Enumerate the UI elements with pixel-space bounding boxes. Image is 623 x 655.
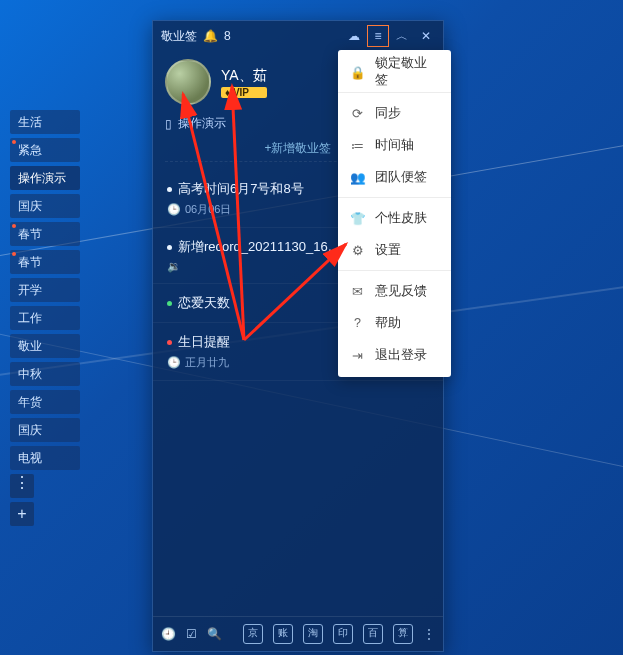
collapse-icon[interactable]: ︿ bbox=[393, 27, 411, 45]
menu-item-skin[interactable]: 👕个性皮肤 bbox=[338, 202, 451, 234]
main-menu-dropdown: 🔒锁定敬业签 ⟳同步 ≔时间轴 👥团队便签 👕个性皮肤 ⚙设置 ✉意见反馈 ?帮… bbox=[338, 50, 451, 377]
sound-icon: 🔉 bbox=[167, 260, 181, 273]
clock-icon: 🕒 bbox=[167, 356, 181, 369]
sidebar-tab[interactable]: 紧急 bbox=[10, 138, 80, 162]
bullet-icon bbox=[167, 301, 172, 306]
menu-item-team[interactable]: 👥团队便签 bbox=[338, 161, 451, 193]
menu-item-timeline[interactable]: ≔时间轴 bbox=[338, 129, 451, 161]
help-icon: ? bbox=[350, 316, 365, 331]
hamburger-menu-icon[interactable]: ≡ bbox=[369, 27, 387, 45]
shortcut-tile[interactable]: 百 bbox=[363, 624, 383, 644]
timeline-icon: ≔ bbox=[350, 138, 365, 153]
notification-count: 8 bbox=[224, 29, 231, 43]
logout-icon: ⇥ bbox=[350, 348, 365, 363]
sidebar-tab[interactable]: 春节 bbox=[10, 222, 80, 246]
sidebar-tab[interactable]: 开学 bbox=[10, 278, 80, 302]
shortcut-tile[interactable]: 京 bbox=[243, 624, 263, 644]
menu-item-help[interactable]: ?帮助 bbox=[338, 307, 451, 339]
sidebar-tab-active[interactable]: 操作演示 bbox=[10, 166, 80, 190]
shirt-icon: 👕 bbox=[350, 211, 365, 226]
sidebar-add-button[interactable]: + bbox=[10, 502, 34, 526]
username-label: YA、茹 bbox=[221, 67, 267, 85]
desktop-wallpaper: 生活 紧急 操作演示 国庆 春节 春节 开学 工作 敬业 中秋 年货 国庆 电视… bbox=[0, 0, 623, 655]
sidebar-tab[interactable]: 国庆 bbox=[10, 418, 80, 442]
shortcut-tile[interactable]: 印 bbox=[333, 624, 353, 644]
mail-icon: ✉ bbox=[350, 284, 365, 299]
vip-badge: ♦ VIP bbox=[221, 87, 267, 98]
menu-item-sync[interactable]: ⟳同步 bbox=[338, 97, 451, 129]
cloud-sync-icon[interactable]: ☁ bbox=[345, 27, 363, 45]
team-icon: 👥 bbox=[350, 170, 365, 185]
sidebar-tab[interactable]: 生活 bbox=[10, 110, 80, 134]
menu-item-lock[interactable]: 🔒锁定敬业签 bbox=[338, 56, 451, 88]
bookmark-icon: ▯ bbox=[165, 117, 172, 131]
app-title: 敬业签 bbox=[161, 28, 197, 45]
sidebar-tab[interactable]: 工作 bbox=[10, 306, 80, 330]
shortcut-tile[interactable]: 账 bbox=[273, 624, 293, 644]
bullet-icon bbox=[167, 187, 172, 192]
complete-icon[interactable]: ☑ bbox=[186, 627, 197, 641]
more-icon[interactable]: ⋮ bbox=[423, 627, 435, 641]
gear-icon: ⚙ bbox=[350, 243, 365, 258]
bullet-icon bbox=[167, 245, 172, 250]
sidebar-tab[interactable]: 中秋 bbox=[10, 362, 80, 386]
sync-icon: ⟳ bbox=[350, 106, 365, 121]
bottom-toolbar: 🕘 ☑ 🔍 京 账 淘 印 百 算 ⋮ bbox=[153, 616, 443, 651]
shortcut-tile[interactable]: 淘 bbox=[303, 624, 323, 644]
sidebar-tabs: 生活 紧急 操作演示 国庆 春节 春节 开学 工作 敬业 中秋 年货 国庆 电视… bbox=[10, 110, 80, 526]
avatar[interactable] bbox=[165, 59, 211, 105]
search-icon[interactable]: 🔍 bbox=[207, 627, 222, 641]
lock-icon: 🔒 bbox=[350, 65, 365, 80]
titlebar: 敬业签 🔔 8 ☁ ≡ ︿ ✕ bbox=[153, 21, 443, 51]
sidebar-more-button[interactable]: ⋮ bbox=[10, 474, 34, 498]
menu-item-settings[interactable]: ⚙设置 bbox=[338, 234, 451, 266]
sidebar-tab[interactable]: 春节 bbox=[10, 250, 80, 274]
bell-icon[interactable]: 🔔 bbox=[203, 29, 218, 43]
menu-item-logout[interactable]: ⇥退出登录 bbox=[338, 339, 451, 371]
close-icon[interactable]: ✕ bbox=[417, 27, 435, 45]
sidebar-tab[interactable]: 电视 bbox=[10, 446, 80, 470]
sidebar-tab[interactable]: 国庆 bbox=[10, 194, 80, 218]
shortcut-tile[interactable]: 算 bbox=[393, 624, 413, 644]
history-icon[interactable]: 🕘 bbox=[161, 627, 176, 641]
clock-icon: 🕒 bbox=[167, 203, 181, 216]
sidebar-tab[interactable]: 年货 bbox=[10, 390, 80, 414]
bullet-icon bbox=[167, 340, 172, 345]
menu-item-feedback[interactable]: ✉意见反馈 bbox=[338, 275, 451, 307]
sidebar-tab[interactable]: 敬业 bbox=[10, 334, 80, 358]
